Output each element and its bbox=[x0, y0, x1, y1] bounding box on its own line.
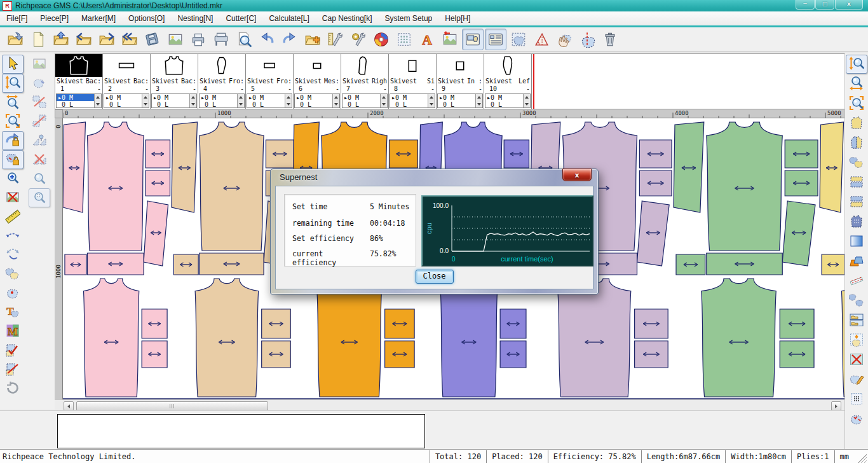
pin-pieces-button[interactable] bbox=[29, 131, 50, 150]
spinner-buttons[interactable] bbox=[332, 94, 339, 107]
angle-measure-button[interactable] bbox=[531, 29, 552, 50]
spin-down-icon[interactable] bbox=[524, 101, 530, 108]
spin-down-icon[interactable] bbox=[95, 101, 101, 108]
text-tool-button[interactable]: T bbox=[2, 303, 24, 322]
spinner-buttons[interactable] bbox=[189, 94, 196, 107]
piece-thumbnail[interactable] bbox=[389, 54, 436, 77]
add-folder-button[interactable] bbox=[302, 29, 323, 50]
open-previous-button[interactable] bbox=[73, 29, 95, 50]
spin-up-icon[interactable] bbox=[524, 94, 530, 101]
half-piece-button[interactable] bbox=[846, 134, 867, 153]
split-piece-button[interactable] bbox=[576, 29, 598, 50]
piece-size-list[interactable]: ▸0 M 0 L bbox=[199, 93, 245, 108]
garment-piece[interactable] bbox=[820, 122, 844, 212]
menu-system-setup[interactable]: System Setup bbox=[379, 12, 439, 25]
piece-size-list[interactable]: ▸0 M 0 L bbox=[151, 93, 197, 108]
undo-lock-button[interactable] bbox=[2, 131, 24, 150]
piece-size-list[interactable]: ▸0 M 0 L bbox=[485, 93, 531, 108]
piece-cell-1[interactable]: SkivestBac: 1-▸0 M 0 L bbox=[55, 54, 103, 109]
dialog-close-icon[interactable]: x bbox=[562, 169, 592, 181]
spin-down-icon[interactable] bbox=[285, 101, 292, 108]
image-tool-button[interactable] bbox=[29, 55, 50, 74]
add-notch-button[interactable] bbox=[2, 284, 24, 303]
delete-button[interactable] bbox=[599, 29, 621, 50]
row-folders-button[interactable] bbox=[846, 311, 867, 330]
zoom-fit-button[interactable] bbox=[2, 112, 24, 131]
piece-thumbnail[interactable] bbox=[151, 54, 198, 77]
list-window-toggle-button[interactable] bbox=[485, 29, 506, 50]
open-next-button[interactable] bbox=[96, 29, 118, 50]
piece-size-list[interactable]: ▸0 M 0 L bbox=[247, 93, 292, 108]
copy-piece-button[interactable] bbox=[2, 265, 24, 284]
piece-slash-b-button[interactable] bbox=[29, 112, 50, 131]
garment-piece[interactable] bbox=[172, 122, 197, 212]
edit-piece-button[interactable] bbox=[846, 370, 867, 389]
resize-grip-icon[interactable] bbox=[857, 453, 867, 463]
zoom-width-button[interactable] bbox=[846, 74, 867, 93]
insert-image-button[interactable] bbox=[165, 29, 186, 50]
piece-thumbnail[interactable] bbox=[437, 54, 484, 77]
plot-button[interactable] bbox=[210, 29, 232, 50]
spin-down-icon[interactable] bbox=[333, 101, 339, 108]
rotate-piece-button[interactable] bbox=[2, 226, 24, 245]
compress-piece-button[interactable] bbox=[846, 331, 867, 350]
piece-cell-3[interactable]: SkivestBac: 3-▸0 M 0 L bbox=[151, 54, 198, 109]
open-marker-button[interactable] bbox=[50, 29, 72, 50]
garment-piece[interactable] bbox=[440, 279, 497, 397]
net-piece-button[interactable] bbox=[846, 212, 867, 232]
close-button[interactable]: x bbox=[835, 0, 863, 10]
piece-thumbnail[interactable] bbox=[294, 54, 341, 77]
menu-piece[interactable]: Piece[P] bbox=[34, 12, 75, 25]
spin-up-icon[interactable] bbox=[476, 94, 482, 101]
select-button[interactable] bbox=[2, 55, 24, 74]
redo-button[interactable] bbox=[279, 29, 301, 50]
piece-window-toggle-button[interactable] bbox=[462, 29, 484, 50]
zoom-height-button[interactable] bbox=[846, 55, 867, 74]
mirror-pieces-button[interactable] bbox=[846, 291, 867, 310]
delete-pieces-button[interactable] bbox=[29, 150, 50, 169]
spin-up-icon[interactable] bbox=[238, 94, 244, 101]
scrollbar-thumb[interactable] bbox=[76, 401, 268, 411]
spinner-buttons[interactable] bbox=[285, 94, 292, 107]
spin-down-icon[interactable] bbox=[476, 101, 482, 108]
flip-piece-button[interactable] bbox=[2, 245, 24, 265]
piece-size-list[interactable]: ▸0 M 0 L bbox=[342, 93, 388, 108]
font-button[interactable]: A bbox=[416, 29, 438, 50]
fill-piece-button[interactable] bbox=[846, 114, 867, 133]
menu-cutter[interactable]: Cutter[C] bbox=[219, 12, 262, 25]
gradient-fill-button[interactable] bbox=[846, 232, 867, 251]
spin-up-icon[interactable] bbox=[142, 94, 149, 101]
undo-button[interactable] bbox=[256, 29, 278, 50]
nest-parameters-button[interactable] bbox=[508, 29, 529, 50]
spin-up-icon[interactable] bbox=[95, 94, 101, 101]
unmatch-pieces-button[interactable] bbox=[2, 360, 24, 379]
spin-down-icon[interactable] bbox=[381, 101, 387, 108]
menu-nesting[interactable]: Nesting[N] bbox=[171, 12, 219, 25]
garment-piece[interactable] bbox=[84, 279, 139, 397]
spin-up-icon[interactable] bbox=[190, 94, 196, 101]
split-horizontal-2-button[interactable] bbox=[846, 193, 867, 212]
spin-down-icon[interactable] bbox=[428, 101, 435, 108]
piece-thumbnail[interactable] bbox=[55, 54, 102, 77]
search-piece-button[interactable] bbox=[29, 169, 50, 188]
menu-cap-nesting[interactable]: Cap Nesting[k] bbox=[316, 12, 379, 25]
piece-lock-button[interactable] bbox=[2, 150, 24, 169]
piece-cell-8[interactable]: SkivestSi 8-▸0 M 0 L bbox=[389, 54, 437, 109]
piece-cell-4[interactable]: SkivestFro: 4-▸0 M 0 L bbox=[198, 54, 246, 109]
piece-size-list[interactable]: ▸0 M 0 L bbox=[437, 93, 483, 108]
spinner-buttons[interactable] bbox=[380, 94, 387, 107]
menu-options[interactable]: Options[O] bbox=[122, 12, 171, 25]
spin-up-icon[interactable] bbox=[428, 94, 435, 101]
pair-piece-button[interactable] bbox=[846, 153, 867, 172]
minimize-button[interactable]: ─ bbox=[796, 0, 815, 10]
h-scrollbar[interactable] bbox=[55, 399, 845, 411]
title-bar[interactable]: R Richpeace GMS C:\Users\Administrator\D… bbox=[0, 0, 868, 11]
dialog-close-button[interactable]: Close bbox=[416, 270, 454, 284]
spinner-buttons[interactable] bbox=[428, 94, 435, 107]
scroll-left-button[interactable] bbox=[64, 401, 74, 411]
piece-thumbnail[interactable] bbox=[246, 54, 293, 77]
unit-settings-button[interactable] bbox=[325, 29, 346, 50]
supernest-dialog[interactable]: Supernest x Set time5 Minutes remaining … bbox=[270, 169, 599, 294]
parameter-grid-button[interactable] bbox=[393, 29, 415, 50]
spin-down-icon[interactable] bbox=[142, 101, 149, 108]
